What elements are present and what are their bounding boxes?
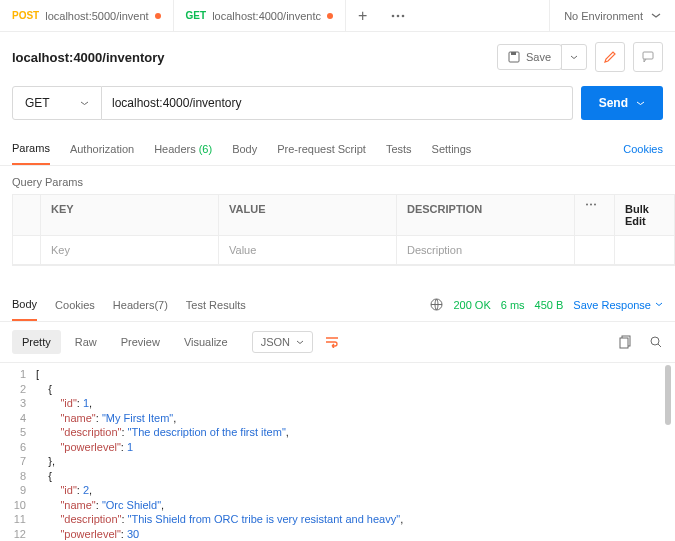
save-label: Save (526, 51, 551, 63)
svg-point-6 (586, 204, 588, 206)
svg-point-0 (392, 14, 395, 17)
col-options[interactable] (575, 195, 615, 236)
tab-params[interactable]: Params (12, 132, 50, 165)
key-input[interactable] (51, 244, 208, 256)
scrollbar-thumb[interactable] (665, 365, 671, 425)
chevron-down-icon (636, 101, 645, 106)
svg-point-1 (397, 14, 400, 17)
save-button[interactable]: Save (497, 44, 562, 70)
status-size: 450 B (535, 299, 564, 311)
chevron-down-icon (570, 55, 578, 60)
response-body-viewer[interactable]: 1234567891011121314 [ { "id": 1, "name":… (0, 363, 675, 541)
url-input[interactable] (102, 86, 573, 120)
svg-rect-4 (511, 52, 516, 55)
chevron-down-icon (651, 13, 661, 19)
svg-rect-5 (643, 52, 653, 59)
line-gutter: 1234567891011121314 (0, 367, 36, 541)
comments-button[interactable] (633, 42, 663, 72)
value-input[interactable] (229, 244, 386, 256)
response-tab-body[interactable]: Body (12, 288, 37, 321)
tab-title: localhost:4000/inventc (212, 10, 321, 22)
tab-settings[interactable]: Settings (432, 132, 472, 165)
request-title-bar: localhost:4000/inventory Save (0, 32, 675, 82)
tab-headers[interactable]: Headers (6) (154, 132, 212, 165)
tab-authorization[interactable]: Authorization (70, 132, 134, 165)
save-icon (508, 51, 520, 63)
response-tab-headers[interactable]: Headers (7) (113, 288, 168, 321)
request-title: localhost:4000/inventory (12, 50, 164, 65)
format-select[interactable]: JSON (252, 331, 313, 353)
send-label: Send (599, 96, 628, 110)
environment-label: No Environment (564, 10, 643, 22)
tab-get-inventory[interactable]: GET localhost:4000/inventc (174, 0, 346, 31)
chevron-down-icon (80, 101, 89, 106)
view-pretty[interactable]: Pretty (12, 330, 61, 354)
response-headers-count: (7) (154, 299, 167, 311)
chevron-down-icon (655, 302, 663, 307)
request-tabs-bar: POST localhost:5000/invent GET localhost… (0, 0, 675, 32)
url-row: GET Send (0, 82, 675, 132)
response-view-bar: Pretty Raw Preview Visualize JSON (0, 322, 675, 363)
response-json: [ { "id": 1, "name": "My First Item", "d… (36, 367, 403, 541)
view-visualize[interactable]: Visualize (174, 330, 238, 354)
globe-icon (430, 298, 443, 311)
copy-icon[interactable] (619, 335, 633, 349)
col-value: VALUE (219, 195, 397, 236)
status-code: 200 OK (453, 299, 490, 311)
response-status: 200 OK 6 ms 450 B Save Response (430, 298, 663, 311)
svg-point-2 (402, 14, 405, 17)
save-options-button[interactable] (561, 44, 587, 70)
tab-overflow-button[interactable] (379, 14, 417, 18)
wrap-lines-button[interactable] (325, 336, 339, 348)
request-subtabs: Params Authorization Headers (6) Body Pr… (0, 132, 675, 166)
query-params-table: KEY VALUE DESCRIPTION Bulk Edit (12, 194, 675, 266)
send-button[interactable]: Send (581, 86, 663, 120)
status-time: 6 ms (501, 299, 525, 311)
svg-point-7 (590, 204, 592, 206)
svg-rect-11 (620, 338, 628, 348)
svg-point-8 (594, 204, 596, 206)
comment-icon (641, 50, 655, 64)
col-key: KEY (41, 195, 219, 236)
tab-tests[interactable]: Tests (386, 132, 412, 165)
response-tab-cookies[interactable]: Cookies (55, 288, 95, 321)
edit-button[interactable] (595, 42, 625, 72)
search-icon[interactable] (649, 335, 663, 349)
select-all-checkbox[interactable] (13, 195, 41, 236)
unsaved-dot-icon (327, 13, 333, 19)
tab-post-inventory[interactable]: POST localhost:5000/invent (0, 0, 174, 31)
description-input[interactable] (407, 244, 564, 256)
cookies-link[interactable]: Cookies (623, 143, 663, 155)
tab-prerequest[interactable]: Pre-request Script (277, 132, 366, 165)
environment-selector[interactable]: No Environment (549, 0, 675, 31)
col-description: DESCRIPTION (397, 195, 575, 236)
svg-point-12 (651, 337, 659, 345)
view-preview[interactable]: Preview (111, 330, 170, 354)
chevron-down-icon (296, 340, 304, 345)
save-response-button[interactable]: Save Response (573, 299, 663, 311)
tab-title: localhost:5000/invent (45, 10, 148, 22)
view-raw[interactable]: Raw (65, 330, 107, 354)
method-label: GET (25, 96, 50, 110)
headers-count: (6) (199, 143, 212, 155)
response-tab-tests[interactable]: Test Results (186, 288, 246, 321)
tab-method-badge: POST (12, 10, 39, 21)
tab-method-badge: GET (186, 10, 207, 21)
response-tabs: Body Cookies Headers (7) Test Results 20… (0, 288, 675, 322)
tab-body[interactable]: Body (232, 132, 257, 165)
method-select[interactable]: GET (12, 86, 102, 120)
bulk-edit-button[interactable]: Bulk Edit (615, 195, 675, 236)
table-row (13, 236, 675, 265)
query-params-title: Query Params (0, 166, 675, 194)
unsaved-dot-icon (155, 13, 161, 19)
pencil-icon (603, 50, 617, 64)
add-tab-button[interactable]: + (346, 7, 379, 25)
